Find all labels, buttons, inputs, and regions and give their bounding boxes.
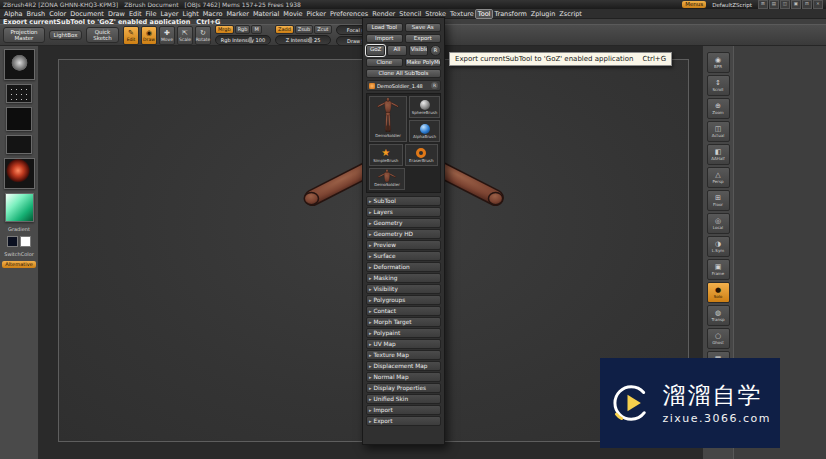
tool-menu-section[interactable]: ▸ Visibility — [366, 284, 441, 294]
export-button[interactable]: Export — [405, 34, 442, 43]
sculpt-mode-button[interactable]: Zcut — [314, 25, 331, 34]
stroke-selector-thumbnail[interactable] — [6, 84, 32, 103]
shelf-button[interactable]: ⊕ Zoom — [707, 98, 730, 119]
window-control-icon[interactable]: ▤ — [769, 0, 779, 9]
material-thumbnail[interactable] — [4, 158, 35, 189]
window-control-icon[interactable]: ⊞ — [758, 0, 768, 9]
tool-menu-section[interactable]: ▸ Export — [366, 416, 441, 426]
tool-menu-section[interactable]: ▸ Unified Skin — [366, 394, 441, 404]
menu-item[interactable]: Zplugin — [529, 10, 558, 18]
menu-item[interactable]: Draw — [106, 10, 127, 18]
shelf-button[interactable]: △ Persp — [707, 167, 730, 188]
goz-all-button[interactable]: All — [387, 45, 406, 56]
shelf-button[interactable]: ◍ Transp — [707, 305, 730, 326]
inventory-item-simplebrush[interactable]: ★ SimpleBrush — [369, 144, 403, 166]
clone-button[interactable]: Clone — [366, 58, 403, 67]
make-polymesh3d-button[interactable]: Make PolyMesh3D — [405, 58, 442, 67]
window-control-icon[interactable]: × — [813, 0, 823, 9]
menu-item[interactable]: Edit — [127, 10, 144, 18]
tool-menu-section[interactable]: ▸ Morph Target — [366, 317, 441, 327]
menu-item[interactable]: Light — [181, 10, 201, 18]
inventory-item-eraserbrush[interactable]: EraserBrush — [405, 144, 439, 166]
tool-menu-section[interactable]: ▸ Deformation — [366, 262, 441, 272]
shelf-button[interactable]: ◉ BPR — [707, 52, 730, 73]
paint-mode-button[interactable]: M — [251, 25, 261, 34]
shelf-button[interactable]: ◑ L.Sym — [707, 236, 730, 257]
z-intensity-slider[interactable]: Z Intensity 25 — [275, 35, 331, 45]
shelf-button[interactable]: ⊞ Floor — [707, 190, 730, 211]
tool-menu-section[interactable]: ▸ Polygroups — [366, 295, 441, 305]
inventory-item-spherebrush[interactable]: SphereBrush — [409, 96, 440, 118]
menu-item[interactable]: Layer — [158, 10, 180, 18]
projection-master-button[interactable]: Projection Master — [3, 27, 45, 43]
mode-button[interactable]: ⇱ Scale — [177, 26, 193, 45]
tool-menu-section[interactable]: ▸ Surface — [366, 251, 441, 261]
mode-button[interactable]: ✚ Move — [159, 26, 175, 45]
menu-item[interactable]: Color — [47, 10, 68, 18]
goz-button[interactable]: GoZ — [366, 45, 385, 56]
tool-menu-section[interactable]: ▸ UV Map — [366, 339, 441, 349]
tool-menu-section[interactable]: ▸ Masking — [366, 273, 441, 283]
lightbox-button[interactable]: LightBox — [49, 30, 82, 40]
inventory-item-demosoldier-2[interactable]: DemoSoldier — [369, 168, 405, 190]
tool-menu-section[interactable]: ▸ Contact — [366, 306, 441, 316]
shelf-button[interactable]: ◎ Local — [707, 213, 730, 234]
tool-menu-section[interactable]: ▸ Polypaint — [366, 328, 441, 338]
menu-item[interactable]: Alpha — [2, 10, 24, 18]
menu-item[interactable]: Tool — [476, 10, 493, 18]
menu-item[interactable]: Brush — [24, 10, 47, 18]
menus-toggle-button[interactable]: Menus — [682, 1, 706, 8]
save-as-button[interactable]: Save As — [405, 23, 442, 32]
menu-item[interactable]: Marker — [224, 10, 250, 18]
tool-menu-section[interactable]: ▸ Layers — [366, 207, 441, 217]
shelf-button[interactable]: ● Solo — [707, 282, 730, 303]
window-control-icon[interactable]: ◫ — [780, 0, 790, 9]
quick-sketch-button[interactable]: Quick Sketch — [86, 27, 119, 43]
tool-r-button[interactable]: R — [431, 82, 438, 89]
goz-visible-button[interactable]: Visible — [409, 45, 428, 56]
current-brush-thumbnail[interactable] — [4, 49, 35, 80]
mode-button[interactable]: ◉ Draw — [141, 26, 157, 45]
menu-item[interactable]: File — [144, 10, 159, 18]
import-button[interactable]: Import — [366, 34, 403, 43]
menu-item[interactable]: Document — [68, 10, 106, 18]
menu-item[interactable]: Zscript — [557, 10, 584, 18]
alpha-selector-thumbnail[interactable] — [6, 107, 32, 131]
texture-selector-thumbnail[interactable] — [6, 135, 32, 154]
tool-menu-section[interactable]: ▸ Normal Map — [366, 372, 441, 382]
mode-button[interactable]: ↻ Rotate — [195, 26, 211, 45]
sculpt-mode-button[interactable]: Zadd — [275, 25, 294, 34]
default-zscript-button[interactable]: DefaultZScript — [712, 2, 752, 8]
tool-menu-section[interactable]: ▸ Texture Map — [366, 350, 441, 360]
tool-menu-section[interactable]: ▸ Displacement Map — [366, 361, 441, 371]
menu-item[interactable]: Movie — [281, 10, 304, 18]
goz-r-button[interactable]: R — [430, 45, 441, 56]
paint-mode-button[interactable]: Rgb — [235, 25, 251, 34]
shelf-button[interactable]: ○ Ghost — [707, 328, 730, 349]
menu-item[interactable]: Transform — [492, 10, 528, 18]
tool-menu-section[interactable]: ▸ Import — [366, 405, 441, 415]
rgb-intensity-slider[interactable]: Rgb Intensity 100 — [215, 35, 271, 45]
menu-item[interactable]: Picker — [305, 10, 328, 18]
inventory-item-alphabrush[interactable]: AlphaBrush — [409, 120, 440, 142]
window-control-icon[interactable]: ⊟ — [802, 0, 812, 9]
shelf-button[interactable]: ◧ AAHalf — [707, 144, 730, 165]
menu-item[interactable]: Macro — [201, 10, 225, 18]
tool-menu-section[interactable]: ▸ Display Properties — [366, 383, 441, 393]
tool-menu-section[interactable]: ▸ Geometry HD — [366, 229, 441, 239]
sculpt-mode-button[interactable]: Zsub — [295, 25, 313, 34]
shelf-button[interactable]: ▣ Frame — [707, 259, 730, 280]
tool-menu-section[interactable]: ▸ SubTool — [366, 196, 441, 206]
active-tool-row[interactable]: DemoSoldier_1.48 R — [366, 80, 441, 91]
window-control-icon[interactable]: ▣ — [791, 0, 801, 9]
switch-color-label[interactable]: SwitchColor — [4, 251, 34, 257]
load-tool-button[interactable]: Load Tool — [366, 23, 403, 32]
menu-item[interactable]: Material — [251, 10, 281, 18]
shelf-button[interactable]: ↕ Scroll — [707, 75, 730, 96]
clone-all-subtools-button[interactable]: Clone All SubTools — [366, 69, 441, 78]
tool-menu-section[interactable]: ▸ Geometry — [366, 218, 441, 228]
tool-menu-section[interactable]: ▸ Preview — [366, 240, 441, 250]
paint-mode-button[interactable]: Mrgb — [215, 25, 234, 34]
main-color-swatch[interactable] — [7, 236, 18, 247]
inventory-item-demosoldier[interactable]: DemoSoldier — [369, 96, 407, 142]
